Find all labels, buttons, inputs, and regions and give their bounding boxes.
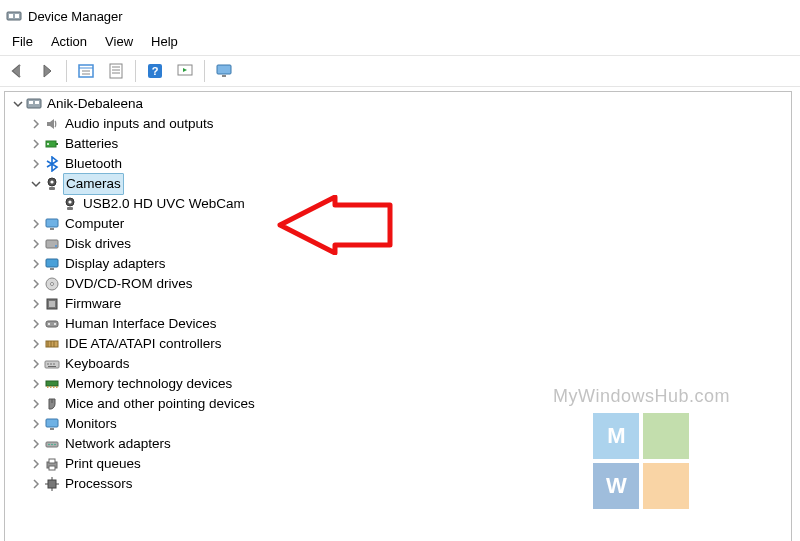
forward-button[interactable] <box>34 58 60 84</box>
tree-item-disk-drives[interactable]: Disk drives <box>5 234 791 254</box>
chevron-right-icon[interactable] <box>29 277 43 291</box>
svg-point-32 <box>55 245 57 247</box>
chevron-right-icon[interactable] <box>29 437 43 451</box>
svg-rect-64 <box>49 459 55 463</box>
window-title: Device Manager <box>28 9 123 24</box>
tree-item-usb2-0-hd-uvc-webcam[interactable]: USB2.0 HD UVC WebCam <box>5 194 791 214</box>
tree-item-anik-debaleena[interactable]: Anik-Debaleena <box>5 94 791 114</box>
tree-item-computer[interactable]: Computer <box>5 214 791 234</box>
chevron-down-icon[interactable] <box>29 177 43 191</box>
svg-rect-19 <box>35 101 39 104</box>
tree-item-memory-technology-devices[interactable]: Memory technology devices <box>5 374 791 394</box>
tree-item-audio-inputs-and-outputs[interactable]: Audio inputs and outputs <box>5 114 791 134</box>
chevron-right-icon[interactable] <box>29 137 43 151</box>
tree-item-display-adapters[interactable]: Display adapters <box>5 254 791 274</box>
mouse-icon <box>43 395 61 413</box>
svg-rect-53 <box>50 386 52 388</box>
svg-rect-2 <box>15 14 19 18</box>
camera-icon <box>43 175 61 193</box>
chevron-right-icon[interactable] <box>29 297 43 311</box>
tree-item-cameras[interactable]: Cameras <box>5 174 791 194</box>
svg-rect-28 <box>67 207 73 210</box>
chevron-right-icon[interactable] <box>29 357 43 371</box>
chevron-right-icon[interactable] <box>29 397 43 411</box>
svg-rect-7 <box>110 64 122 78</box>
svg-point-48 <box>50 363 52 365</box>
tree-item-ide-ata-atapi-controllers[interactable]: IDE ATA/ATAPI controllers <box>5 334 791 354</box>
monitor-button[interactable] <box>211 58 237 84</box>
chevron-right-icon[interactable] <box>29 257 43 271</box>
svg-point-36 <box>51 283 54 286</box>
chevron-right-icon[interactable] <box>29 317 43 331</box>
scan-button[interactable] <box>172 58 198 84</box>
back-button[interactable] <box>4 58 30 84</box>
tree-item-label: Mice and other pointing devices <box>63 394 257 414</box>
tree-item-batteries[interactable]: Batteries <box>5 134 791 154</box>
chevron-right-icon[interactable] <box>29 157 43 171</box>
tree-item-monitors[interactable]: Monitors <box>5 414 791 434</box>
toolbar-separator <box>204 60 205 82</box>
menu-file[interactable]: File <box>4 32 41 51</box>
display-icon <box>43 255 61 273</box>
tree-item-network-adapters[interactable]: Network adapters <box>5 434 791 454</box>
svg-rect-51 <box>46 381 58 386</box>
hid-icon <box>43 315 61 333</box>
tree-item-firmware[interactable]: Firmware <box>5 294 791 314</box>
svg-point-41 <box>54 323 56 325</box>
chevron-right-icon[interactable] <box>29 117 43 131</box>
chevron-right-icon[interactable] <box>29 457 43 471</box>
app-icon <box>6 8 22 24</box>
camera-icon <box>61 195 79 213</box>
title-bar: Device Manager <box>0 0 800 30</box>
svg-text:?: ? <box>152 65 159 77</box>
tree-item-processors[interactable]: Processors <box>5 474 791 494</box>
chevron-right-icon[interactable] <box>29 337 43 351</box>
menu-bar: File Action View Help <box>0 30 800 55</box>
tree-item-label: Batteries <box>63 134 120 154</box>
menu-view[interactable]: View <box>97 32 141 51</box>
menu-help[interactable]: Help <box>143 32 186 51</box>
tree-item-label: IDE ATA/ATAPI controllers <box>63 334 224 354</box>
disk-icon <box>43 235 61 253</box>
tree-item-label: Anik-Debaleena <box>45 94 145 114</box>
tree-item-print-queues[interactable]: Print queues <box>5 454 791 474</box>
tree-item-label: Audio inputs and outputs <box>63 114 216 134</box>
tree-item-label: Firmware <box>63 294 123 314</box>
svg-rect-30 <box>50 228 54 230</box>
chevron-right-icon[interactable] <box>29 237 43 251</box>
tree-item-keyboards[interactable]: Keyboards <box>5 354 791 374</box>
chevron-right-icon[interactable] <box>29 217 43 231</box>
menu-action[interactable]: Action <box>43 32 95 51</box>
chevron-right-icon[interactable] <box>29 417 43 431</box>
svg-point-62 <box>54 444 56 446</box>
properties-button[interactable] <box>103 58 129 84</box>
device-tree[interactable]: Anik-DebaleenaAudio inputs and outputsBa… <box>5 94 791 494</box>
show-hidden-button[interactable] <box>73 58 99 84</box>
svg-rect-66 <box>48 480 56 488</box>
svg-point-27 <box>68 200 71 203</box>
svg-rect-52 <box>47 386 49 388</box>
chevron-right-icon[interactable] <box>29 377 43 391</box>
help-button[interactable]: ? <box>142 58 168 84</box>
chevron-right-icon[interactable] <box>29 477 43 491</box>
svg-rect-57 <box>46 419 58 427</box>
svg-rect-50 <box>48 366 56 367</box>
svg-rect-25 <box>49 187 55 190</box>
tree-item-label: Disk drives <box>63 234 133 254</box>
memory-icon <box>43 375 61 393</box>
computer-root-icon <box>25 95 43 113</box>
svg-rect-39 <box>46 321 58 327</box>
tree-item-dvd-cd-rom-drives[interactable]: DVD/CD-ROM drives <box>5 274 791 294</box>
device-tree-pane: Anik-DebaleenaAudio inputs and outputsBa… <box>4 91 792 541</box>
chevron-down-icon[interactable] <box>11 97 25 111</box>
tree-item-bluetooth[interactable]: Bluetooth <box>5 154 791 174</box>
svg-point-47 <box>47 363 49 365</box>
svg-point-60 <box>48 444 50 446</box>
expander-placeholder <box>47 197 61 211</box>
tree-item-human-interface-devices[interactable]: Human Interface Devices <box>5 314 791 334</box>
audio-icon <box>43 115 61 133</box>
svg-point-24 <box>50 180 53 183</box>
svg-rect-16 <box>222 75 226 77</box>
tree-item-mice-and-other-pointing-devices[interactable]: Mice and other pointing devices <box>5 394 791 414</box>
printer-icon <box>43 455 61 473</box>
